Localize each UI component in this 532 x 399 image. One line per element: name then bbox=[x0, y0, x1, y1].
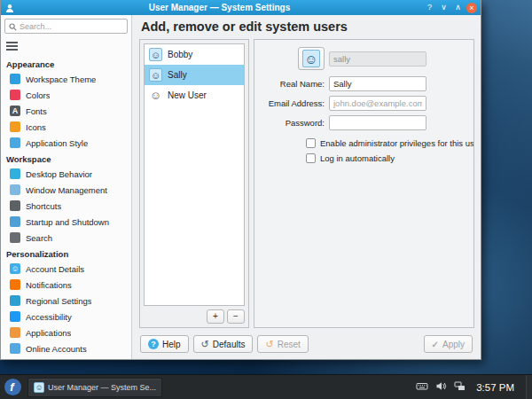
fonts-icon: A bbox=[10, 106, 20, 116]
desktop-wallpaper: User Manager — System Settings ? ∨ ∧ × A… bbox=[0, 0, 532, 399]
desktop-behavior-icon bbox=[10, 168, 20, 179]
system-settings-window: User Manager — System Settings ? ∨ ∧ × A… bbox=[0, 0, 481, 360]
reset-button-label: Reset bbox=[278, 340, 301, 349]
sidebar-item-label: Applications bbox=[26, 328, 71, 338]
taskbar: f ☺ User Manager — System Se... 3:57 PM bbox=[0, 374, 532, 399]
sidebar-section-workspace: Workspace bbox=[6, 154, 126, 164]
sidebar-item-shortcuts[interactable]: Shortcuts bbox=[4, 198, 128, 214]
new-user-icon: ☺ bbox=[149, 89, 162, 102]
sidebar-item-label: Startup and Shutdown bbox=[26, 217, 109, 227]
sidebar-item-application-style[interactable]: Application Style bbox=[4, 135, 128, 151]
user-row-sally[interactable]: ☺Sally bbox=[145, 65, 244, 85]
search-icon bbox=[9, 19, 17, 35]
sidebar-item-label: Shortcuts bbox=[26, 201, 61, 211]
task-app-icon: ☺ bbox=[34, 382, 44, 393]
sidebar-item-online-accounts[interactable]: Online Accounts bbox=[4, 340, 128, 356]
defaults-icon: ↺ bbox=[201, 339, 209, 350]
window-body: AppearanceWorkspace ThemeColorsAFontsIco… bbox=[1, 15, 481, 359]
password-input[interactable] bbox=[329, 115, 426, 130]
user-row-bobby[interactable]: ☺Bobby bbox=[145, 44, 244, 65]
remove-user-button[interactable]: − bbox=[227, 309, 245, 324]
email-address-input[interactable] bbox=[329, 96, 426, 111]
apply-button[interactable]: ✓ Apply bbox=[424, 335, 473, 353]
sidebar-item-search[interactable]: Search bbox=[4, 230, 128, 246]
sidebar: AppearanceWorkspace ThemeColorsAFontsIco… bbox=[1, 15, 132, 359]
taskbar-task-button[interactable]: ☺ User Manager — System Se... bbox=[27, 378, 162, 397]
minimize-button[interactable]: ∨ bbox=[438, 2, 450, 13]
titlebar-help-button[interactable]: ? bbox=[424, 2, 435, 13]
user-row-new-user[interactable]: ☺New User bbox=[145, 85, 244, 106]
titlebar[interactable]: User Manager — System Settings ? ∨ ∧ × bbox=[1, 0, 481, 15]
user-list-controls: + − bbox=[144, 309, 245, 324]
sidebar-item-window-management[interactable]: Window Management bbox=[4, 182, 128, 198]
window-title: User Manager — System Settings bbox=[18, 3, 421, 12]
checkbox-label: Enable administrator privileges for this… bbox=[320, 138, 474, 148]
application-style-icon bbox=[10, 137, 20, 148]
sidebar-item-accessibility[interactable]: Accessibility bbox=[4, 309, 128, 325]
checkbox-rows: Enable administrator privileges for this… bbox=[260, 138, 468, 163]
clock[interactable]: 3:57 PM bbox=[474, 382, 521, 393]
user-name: Bobby bbox=[168, 50, 192, 59]
sidebar-item-label: Colors bbox=[26, 90, 50, 100]
defaults-button[interactable]: ↺ Defaults bbox=[193, 335, 254, 353]
keyboard-status-icon[interactable] bbox=[416, 379, 428, 395]
checkbox-label: Log in automatically bbox=[320, 153, 395, 163]
real-name-input[interactable] bbox=[329, 76, 426, 91]
sidebar-item-label: Account Details bbox=[26, 264, 84, 274]
app-launcher-button[interactable]: f bbox=[3, 377, 23, 397]
sidebar-sections: AppearanceWorkspace ThemeColorsAFontsIco… bbox=[4, 59, 128, 359]
add-user-button[interactable]: + bbox=[207, 309, 224, 324]
page-title: Add, remove or edit system users bbox=[132, 15, 481, 36]
sidebar-item-icons[interactable]: Icons bbox=[4, 119, 128, 135]
users-panel: ☺Bobby☺Sally☺New User + − bbox=[139, 39, 249, 328]
sidebar-item-notifications[interactable]: Notifications bbox=[4, 277, 128, 293]
sidebar-item-label: Search bbox=[26, 233, 52, 243]
show-desktop-button[interactable] bbox=[526, 375, 532, 399]
search-box[interactable] bbox=[4, 19, 128, 34]
avatar-button[interactable]: ☺ bbox=[298, 47, 325, 70]
sidebar-item-startup-and-shutdown[interactable]: Startup and Shutdown bbox=[4, 214, 128, 230]
checkbox-box[interactable] bbox=[306, 138, 316, 148]
workspace-theme-icon bbox=[10, 74, 20, 84]
help-button[interactable]: ? Help bbox=[140, 335, 189, 353]
sidebar-item-label: Fonts bbox=[26, 106, 47, 116]
user-avatar-icon: ☺ bbox=[149, 48, 162, 61]
sidebar-item-desktop-behavior[interactable]: Desktop Behavior bbox=[4, 166, 128, 182]
sidebar-item-regional-settings[interactable]: Regional Settings bbox=[4, 293, 128, 309]
online-accounts-icon bbox=[10, 343, 20, 354]
volume-icon[interactable] bbox=[435, 379, 447, 395]
sidebar-item-fonts[interactable]: AFonts bbox=[4, 103, 128, 119]
icons-icon bbox=[10, 121, 20, 132]
footer-buttons: ? Help ↺ Defaults ↺ Reset ✓ Apply bbox=[132, 330, 481, 359]
task-label: User Manager — System Se... bbox=[48, 383, 156, 392]
reset-button[interactable]: ↺ Reset bbox=[257, 335, 308, 353]
reset-icon: ↺ bbox=[265, 339, 273, 350]
avatar-row: ☺ bbox=[260, 47, 468, 70]
sidebar-item-label: Regional Settings bbox=[26, 296, 91, 306]
user-name: Sally bbox=[168, 70, 187, 80]
sidebar-item-colors[interactable]: Colors bbox=[4, 87, 128, 103]
user-details-form: ☺ Real Name:Email Address:Password: Enab… bbox=[254, 39, 474, 328]
window-app-icon bbox=[4, 3, 15, 13]
checkbox-log-in-automatically[interactable]: Log in automatically bbox=[306, 153, 468, 163]
checkbox-box[interactable] bbox=[306, 153, 316, 163]
form-rows: Real Name:Email Address:Password: bbox=[260, 76, 468, 130]
sidebar-item-applications[interactable]: Applications bbox=[4, 325, 128, 340]
applications-icon bbox=[10, 327, 20, 338]
help-icon: ? bbox=[148, 339, 159, 349]
account-details-icon: ☺ bbox=[10, 263, 20, 274]
sidebar-item-workspace-theme[interactable]: Workspace Theme bbox=[4, 71, 128, 87]
sidebar-item-account-details[interactable]: ☺Account Details bbox=[4, 261, 128, 277]
hamburger-menu-icon[interactable] bbox=[4, 38, 22, 56]
accessibility-icon bbox=[10, 311, 20, 322]
colors-icon bbox=[10, 90, 20, 100]
maximize-button[interactable]: ∧ bbox=[452, 2, 464, 13]
form-label-email-address: Email Address: bbox=[260, 98, 329, 108]
search-icon bbox=[10, 232, 20, 243]
checkbox-enable-administrator-privileges-for-this-user[interactable]: Enable administrator privileges for this… bbox=[306, 138, 468, 148]
search-input[interactable] bbox=[20, 22, 123, 31]
fedora-logo-icon: f bbox=[4, 379, 21, 395]
user-list: ☺Bobby☺Sally☺New User bbox=[144, 43, 245, 306]
close-button[interactable]: × bbox=[466, 3, 477, 13]
network-icon[interactable] bbox=[454, 379, 466, 395]
